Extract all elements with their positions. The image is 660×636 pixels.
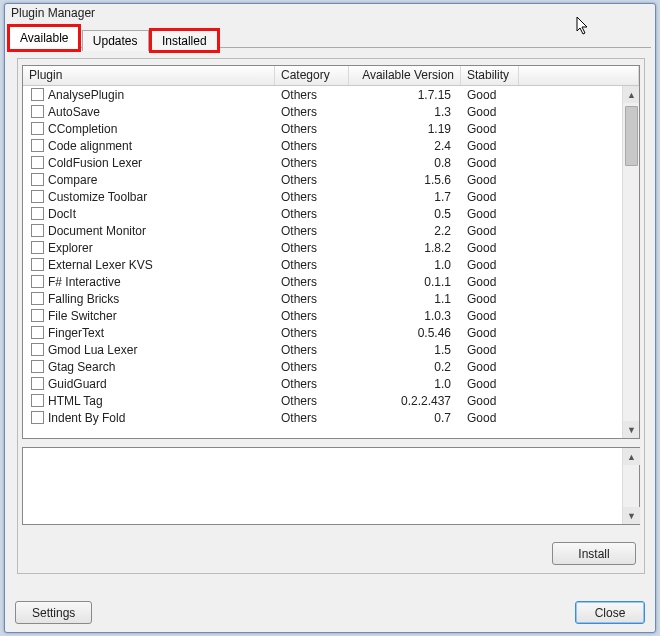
- column-header-category[interactable]: Category: [275, 66, 349, 85]
- cell-version: 1.1: [349, 292, 461, 306]
- row-checkbox[interactable]: [31, 360, 44, 373]
- table-row[interactable]: ColdFusion LexerOthers0.8Good: [23, 154, 639, 171]
- cell-plugin: HTML Tag: [23, 394, 275, 408]
- scroll-thumb[interactable]: [625, 106, 638, 166]
- table-row[interactable]: Document MonitorOthers2.2Good: [23, 222, 639, 239]
- cell-category: Others: [275, 309, 349, 323]
- row-checkbox[interactable]: [31, 224, 44, 237]
- row-checkbox[interactable]: [31, 275, 44, 288]
- cell-plugin: Gtag Search: [23, 360, 275, 374]
- row-checkbox[interactable]: [31, 156, 44, 169]
- cell-plugin: DocIt: [23, 207, 275, 221]
- plugin-name: AutoSave: [48, 105, 100, 119]
- table-row[interactable]: F# InteractiveOthers0.1.1Good: [23, 273, 639, 290]
- table-row[interactable]: DocItOthers0.5Good: [23, 205, 639, 222]
- tab-installed[interactable]: Installed: [151, 30, 218, 51]
- scroll-down-icon[interactable]: ▼: [623, 507, 640, 524]
- column-header-plugin[interactable]: Plugin: [23, 66, 275, 85]
- table-row[interactable]: Customize ToolbarOthers1.7Good: [23, 188, 639, 205]
- row-checkbox[interactable]: [31, 326, 44, 339]
- cell-category: Others: [275, 394, 349, 408]
- column-header-version[interactable]: Available Version: [349, 66, 461, 85]
- cell-category: Others: [275, 292, 349, 306]
- cell-stability: Good: [461, 190, 519, 204]
- row-checkbox[interactable]: [31, 207, 44, 220]
- table-row[interactable]: Gtag SearchOthers0.2Good: [23, 358, 639, 375]
- details-scrollbar[interactable]: ▲ ▼: [622, 448, 639, 524]
- cell-version: 1.0.3: [349, 309, 461, 323]
- row-checkbox[interactable]: [31, 139, 44, 152]
- cell-stability: Good: [461, 173, 519, 187]
- settings-button[interactable]: Settings: [15, 601, 92, 624]
- cell-stability: Good: [461, 241, 519, 255]
- row-checkbox[interactable]: [31, 173, 44, 186]
- scroll-up-icon[interactable]: ▲: [623, 86, 639, 103]
- row-checkbox[interactable]: [31, 105, 44, 118]
- row-checkbox[interactable]: [31, 411, 44, 424]
- table-row[interactable]: ExplorerOthers1.8.2Good: [23, 239, 639, 256]
- cell-plugin: Indent By Fold: [23, 411, 275, 425]
- plugin-name: F# Interactive: [48, 275, 121, 289]
- table-row[interactable]: HTML TagOthers0.2.2.437Good: [23, 392, 639, 409]
- cell-plugin: ColdFusion Lexer: [23, 156, 275, 170]
- plugin-name: Compare: [48, 173, 97, 187]
- cell-version: 1.3: [349, 105, 461, 119]
- plugin-name: DocIt: [48, 207, 76, 221]
- plugin-name: AnalysePlugin: [48, 88, 124, 102]
- row-checkbox[interactable]: [31, 343, 44, 356]
- list-scrollbar[interactable]: ▲ ▼: [622, 86, 639, 438]
- table-row[interactable]: Indent By FoldOthers0.7Good: [23, 409, 639, 426]
- table-row[interactable]: Falling BricksOthers1.1Good: [23, 290, 639, 307]
- cell-category: Others: [275, 411, 349, 425]
- cell-stability: Good: [461, 105, 519, 119]
- column-header-stability[interactable]: Stability: [461, 66, 519, 85]
- cell-category: Others: [275, 258, 349, 272]
- install-button[interactable]: Install: [552, 542, 636, 565]
- tab-content-pane: Plugin Category Available Version Stabil…: [17, 58, 645, 574]
- cell-version: 1.5: [349, 343, 461, 357]
- row-checkbox[interactable]: [31, 241, 44, 254]
- row-checkbox[interactable]: [31, 377, 44, 390]
- table-row[interactable]: CCompletionOthers1.19Good: [23, 120, 639, 137]
- cell-plugin: Gmod Lua Lexer: [23, 343, 275, 357]
- table-row[interactable]: Code alignmentOthers2.4Good: [23, 137, 639, 154]
- row-checkbox[interactable]: [31, 190, 44, 203]
- table-row[interactable]: FingerTextOthers0.5.46Good: [23, 324, 639, 341]
- cell-stability: Good: [461, 224, 519, 238]
- cell-category: Others: [275, 105, 349, 119]
- cell-plugin: Explorer: [23, 241, 275, 255]
- row-checkbox[interactable]: [31, 309, 44, 322]
- tab-updates[interactable]: Updates: [82, 30, 149, 51]
- cell-plugin: Compare: [23, 173, 275, 187]
- plugin-details-box: ▲ ▼: [22, 447, 640, 525]
- table-row[interactable]: AnalysePluginOthers1.7.15Good: [23, 86, 639, 103]
- row-checkbox[interactable]: [31, 122, 44, 135]
- row-checkbox[interactable]: [31, 88, 44, 101]
- close-button[interactable]: Close: [575, 601, 645, 624]
- tabstrip: Available Updates Installed: [9, 26, 651, 48]
- table-row[interactable]: AutoSaveOthers1.3Good: [23, 103, 639, 120]
- cell-plugin: External Lexer KVS: [23, 258, 275, 272]
- titlebar: Plugin Manager: [5, 4, 655, 24]
- cell-stability: Good: [461, 343, 519, 357]
- row-checkbox[interactable]: [31, 258, 44, 271]
- plugin-name: File Switcher: [48, 309, 117, 323]
- cell-stability: Good: [461, 88, 519, 102]
- scroll-up-icon[interactable]: ▲: [623, 448, 640, 465]
- table-row[interactable]: CompareOthers1.5.6Good: [23, 171, 639, 188]
- cell-plugin: Document Monitor: [23, 224, 275, 238]
- tab-available[interactable]: Available: [9, 26, 79, 50]
- table-row[interactable]: Gmod Lua LexerOthers1.5Good: [23, 341, 639, 358]
- table-row[interactable]: External Lexer KVSOthers1.0Good: [23, 256, 639, 273]
- cell-version: 1.8.2: [349, 241, 461, 255]
- plugin-name: CCompletion: [48, 122, 117, 136]
- cell-stability: Good: [461, 309, 519, 323]
- table-row[interactable]: File SwitcherOthers1.0.3Good: [23, 307, 639, 324]
- scroll-down-icon[interactable]: ▼: [623, 421, 639, 438]
- row-checkbox[interactable]: [31, 394, 44, 407]
- cell-stability: Good: [461, 411, 519, 425]
- plugin-name: FingerText: [48, 326, 104, 340]
- table-row[interactable]: GuidGuardOthers1.0Good: [23, 375, 639, 392]
- row-checkbox[interactable]: [31, 292, 44, 305]
- plugin-name: Gmod Lua Lexer: [48, 343, 137, 357]
